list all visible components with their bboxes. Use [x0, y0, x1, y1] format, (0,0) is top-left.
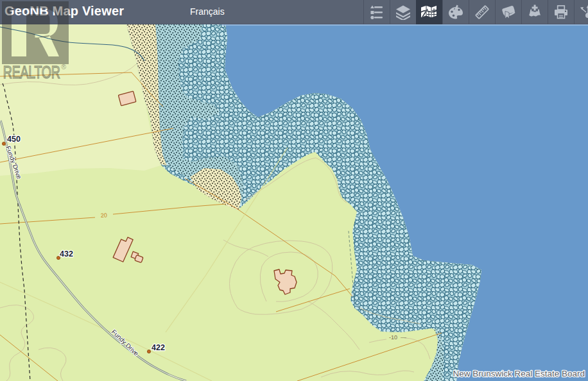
svg-text:New Brunswick Real Estate Boar: New Brunswick Real Estate Board	[453, 369, 585, 378]
svg-text:450: 450	[7, 135, 21, 144]
svg-text:REALTOR: REALTOR	[3, 62, 60, 82]
svg-text:-10 —: -10 —	[389, 334, 406, 341]
svg-text:432: 432	[60, 250, 73, 258]
svg-text:422: 422	[151, 343, 165, 352]
svg-text:20: 20	[101, 212, 108, 219]
svg-text:®: ®	[61, 63, 66, 71]
